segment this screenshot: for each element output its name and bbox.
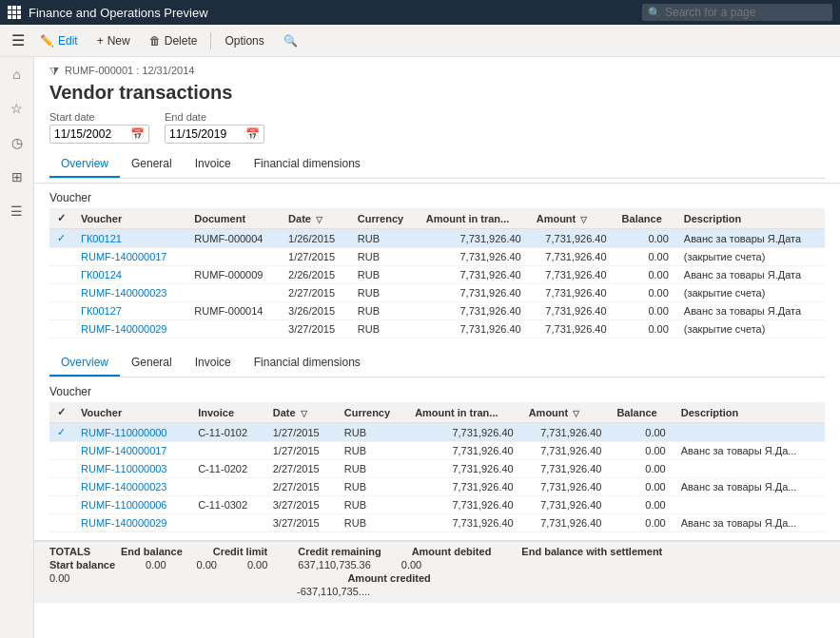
tab-financial-dimensions[interactable]: Financial dimensions	[243, 151, 372, 178]
new-button[interactable]: + New	[89, 30, 138, 51]
cell-amount-tran: 7,731,926.40	[419, 320, 529, 338]
total-start-balance-value: 0.00	[49, 572, 69, 584]
cell-voucher: RUMF-140000029	[73, 514, 190, 532]
cell-amount-tran: 7,731,926.40	[419, 266, 529, 284]
end-date-calendar-icon[interactable]: 📅	[245, 127, 260, 141]
table-row[interactable]: ✓ RUMF-110000000 C-11-0102 1/27/2015 RUB…	[49, 423, 825, 442]
cell-date: 3/27/2015	[265, 514, 337, 532]
start-balance-value: 0.00	[49, 572, 69, 584]
cell-amount-tran: 7,731,926.40	[407, 442, 521, 460]
main-content: ⧩ RUMF-000001 : 12/31/2014 Vendor transa…	[34, 57, 840, 638]
end-date-field: End date 📅	[165, 111, 264, 144]
col-currency-2: Currency	[337, 402, 407, 423]
cell-amount: 7,731,926.40	[529, 248, 615, 266]
cell-check	[49, 460, 73, 478]
table-row[interactable]: ГК00124 RUMF-000009 2/26/2015 RUB 7,731,…	[49, 266, 825, 284]
cell-currency: RUB	[337, 514, 407, 532]
cell-description: Аванс за товары Я.Дата	[676, 266, 825, 284]
cell-document: RUMF-000014	[186, 302, 281, 320]
section2-label: Voucher	[49, 385, 825, 398]
cell-description	[674, 460, 825, 478]
table-row[interactable]: ГК00127 RUMF-000014 3/26/2015 RUB 7,731,…	[49, 302, 825, 320]
cell-date: 1/26/2015	[281, 229, 350, 248]
cell-check	[49, 302, 73, 320]
delete-button[interactable]: 🗑 Delete	[142, 30, 205, 51]
table-row[interactable]: RUMF-140000023 2/27/2015 RUB 7,731,926.4…	[49, 478, 825, 496]
page-layout: ⌂ ☆ ◷ ⊞ ☰ ⧩ RUMF-000001 : 12/31/2014 Ven…	[0, 57, 840, 638]
sidebar-item-modules[interactable]: ☰	[8, 202, 27, 221]
cell-currency: RUB	[350, 320, 419, 338]
cell-voucher: RUMF-140000023	[73, 284, 186, 302]
section2-tabs-container: Overview General Invoice Financial dimen…	[34, 346, 840, 377]
cell-description: (закрытие счета)	[676, 320, 825, 338]
search-input[interactable]	[642, 4, 832, 21]
options-button[interactable]: Options	[217, 30, 271, 51]
cell-document: RUMF-000004	[186, 229, 281, 248]
page-title: Vendor transactions	[49, 82, 825, 104]
tab2-general[interactable]: General	[120, 350, 184, 377]
totals-row1: TOTALS End balance Credit limit Credit r…	[49, 546, 825, 557]
cell-amount-tran: 7,731,926.40	[407, 478, 521, 496]
total-amount-credited-col: Amount credited	[100, 572, 430, 584]
table-row[interactable]: RUMF-110000003 C-11-0202 2/27/2015 RUB 7…	[49, 460, 825, 478]
cell-check	[49, 442, 73, 460]
col-amount-tran-1: Amount in tran...	[419, 208, 529, 229]
cell-date: 1/27/2015	[281, 248, 350, 266]
cell-amount: 7,731,926.40	[529, 266, 615, 284]
section1: Voucher ✓ Voucher Document Date ▽ Curren…	[34, 184, 840, 346]
start-date-input[interactable]	[54, 127, 130, 141]
search-icon: 🔍	[648, 7, 661, 19]
cell-amount-tran: 7,731,926.40	[419, 284, 529, 302]
cell-check	[49, 496, 73, 514]
cell-amount-tran: 7,731,926.40	[419, 229, 529, 248]
edit-button[interactable]: ✏️ Edit	[32, 30, 86, 51]
end-date-input[interactable]	[169, 127, 245, 141]
search-toolbar-icon: 🔍	[283, 34, 298, 48]
search-wrapper: 🔍	[642, 4, 832, 21]
sidebar: ⌂ ☆ ◷ ⊞ ☰	[0, 57, 34, 638]
col-check-1: ✓	[49, 208, 73, 229]
table-row[interactable]: RUMF-140000029 3/27/2015 RUB 7,731,926.4…	[49, 320, 825, 338]
tab-general[interactable]: General	[120, 151, 184, 178]
cell-document	[186, 248, 281, 266]
sidebar-item-recent[interactable]: ◷	[8, 133, 27, 152]
sidebar-item-favorites[interactable]: ☆	[8, 99, 27, 118]
col-voucher-1: Voucher	[73, 208, 186, 229]
sidebar-item-workspaces[interactable]: ⊞	[8, 167, 27, 186]
table-row[interactable]: RUMF-140000029 3/27/2015 RUB 7,731,926.4…	[49, 514, 825, 532]
tab2-financial-dimensions[interactable]: Financial dimensions	[243, 350, 372, 377]
total-end-balance-settlement-value: 0.00	[401, 559, 421, 570]
amount-credited-value: -637,110,735....	[297, 586, 370, 597]
hamburger-button[interactable]: ☰	[8, 28, 29, 53]
table-row[interactable]: RUMF-110000006 C-11-0302 3/27/2015 RUB 7…	[49, 496, 825, 514]
app-title: Finance and Operations Preview	[29, 6, 635, 20]
totals-row4: -637,110,735....	[49, 586, 825, 597]
table-row[interactable]: RUMF-140000017 1/27/2015 RUB 7,731,926.4…	[49, 248, 825, 266]
sidebar-item-home[interactable]: ⌂	[8, 65, 27, 84]
search-toolbar-button[interactable]: 🔍	[276, 30, 305, 51]
tab2-overview[interactable]: Overview	[49, 350, 120, 377]
cell-check	[49, 478, 73, 496]
cell-date: 3/26/2015	[281, 302, 350, 320]
cell-check	[49, 514, 73, 532]
total-amount-debited: Amount debited	[412, 546, 492, 557]
total-credit-limit: Credit limit	[213, 546, 267, 557]
table-row[interactable]: ✓ ГК00121 RUMF-000004 1/26/2015 RUB 7,73…	[49, 229, 825, 248]
start-date-calendar-icon[interactable]: 📅	[130, 127, 145, 141]
tab-invoice[interactable]: Invoice	[184, 151, 243, 178]
table-row[interactable]: RUMF-140000023 2/27/2015 RUB 7,731,926.4…	[49, 284, 825, 302]
cell-currency: RUB	[350, 302, 419, 320]
section2-table: ✓ Voucher Invoice Date ▽ Currency Amount…	[49, 402, 825, 532]
tab2-invoice[interactable]: Invoice	[184, 350, 243, 377]
amount-debited-value: 637,110,735.36	[298, 559, 370, 570]
total-amount-credited-value: -637,110,735....	[297, 586, 370, 597]
cell-date: 3/27/2015	[265, 496, 337, 514]
tab-overview[interactable]: Overview	[49, 151, 120, 178]
cell-check: ✓	[49, 229, 73, 248]
app-grid-icon[interactable]	[8, 6, 21, 19]
cell-amount: 7,731,926.40	[529, 302, 615, 320]
cell-currency: RUB	[337, 496, 407, 514]
cell-voucher: ГК00124	[73, 266, 186, 284]
table-row[interactable]: RUMF-140000017 1/27/2015 RUB 7,731,926.4…	[49, 442, 825, 460]
cell-description: Аванс за товары Я.Дата	[676, 302, 825, 320]
